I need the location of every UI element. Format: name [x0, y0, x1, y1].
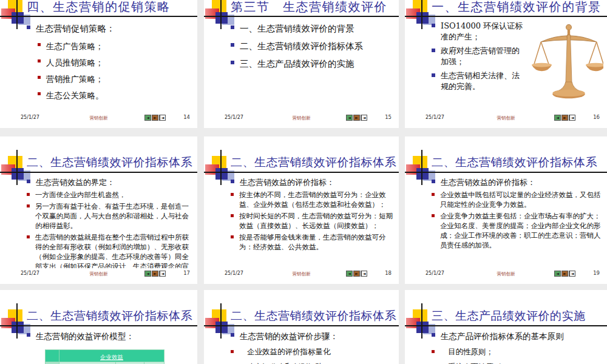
- slide-thumbnail-14[interactable]: 四、生态营销的促销策略生态营销促销策略：生态广告策略；人员推销策略；营销推广策略…: [0, 0, 197, 128]
- bullet-item: 按主体的不同，生态营销的效益可分为：企业效益、企业外效益（包括生态效益和社会效益…: [231, 190, 395, 209]
- bullet-square-icon: [432, 180, 435, 183]
- bullet-square-icon: [38, 92, 41, 95]
- bullet-square-icon: [231, 235, 234, 238]
- bullet-text: 按时间长短的不同，生态营销的效益可分为：短期效益（直接效益）、长远效益（间接效益…: [239, 211, 395, 231]
- table-col-label: 小: [144, 362, 164, 364]
- bullet-text: 系统全面性原则；: [448, 362, 509, 364]
- nav-home-button[interactable]: ◄: [361, 271, 367, 277]
- nav-back-button[interactable]: ◄: [346, 271, 353, 277]
- bullet-item: 生态营销促销策略：: [27, 22, 194, 35]
- nav-back-button[interactable]: ◄: [346, 115, 353, 121]
- slide-footer: 25/1/27营销创新◄►◄14: [0, 113, 197, 123]
- slide-content: 生态营销促销策略：生态广告策略；人员推销策略；营销推广策略；生态公关策略。: [27, 21, 194, 112]
- bullet-item: 目的性原则；: [432, 346, 603, 357]
- bullet-square-icon: [432, 333, 435, 337]
- slide-footer: 25/1/27营销创新◄►◄17: [0, 269, 197, 279]
- deco-blue-square: [416, 322, 429, 333]
- nav-forward-button[interactable]: ►: [561, 271, 568, 277]
- bullet-item: 生态公关策略。: [38, 89, 194, 101]
- slide-footer: 25/1/27营销创新◄►◄18: [204, 269, 399, 279]
- bullet-text: 建立评分表和判别矩阵: [247, 362, 323, 364]
- nav-back-button[interactable]: ◄: [144, 271, 151, 277]
- title-underline: [204, 16, 399, 17]
- footer-brand: 营销创新: [497, 271, 515, 277]
- table-header-label: 企业效益: [100, 354, 123, 360]
- slide-thumbnail-row2-col1[interactable]: 二、生态营销绩效评价指标体系生态营销的效益评价步骤：企业效益的评价指标量化建立评…: [204, 290, 399, 364]
- bullet-text: 生态营销相关法律、法规的完善。: [441, 70, 525, 92]
- deco-vertical-line: [16, 150, 18, 185]
- footer-date: 25/1/27: [21, 115, 39, 120]
- deco-vertical-line: [421, 0, 422, 29]
- bullet-text: 按是否能够用金钱来衡量，生态营销的效益可分为：经济效益、公共效益。: [239, 232, 395, 252]
- bullet-square-icon: [27, 25, 30, 29]
- slide-title: 第三节 生态营销绩效评价: [231, 0, 398, 15]
- nav-home-button[interactable]: ◄: [569, 115, 575, 121]
- slide-content: ISO14000 环保认证标准的产生；政府对生态营销管理的加强；生态营销相关法律…: [432, 21, 603, 112]
- bullet-square-icon: [38, 76, 41, 79]
- slide-thumbnail-17[interactable]: 二、生态营销绩效评价指标体系生态营销效益的界定：一方面使企业内部生机盎然，另一方…: [0, 136, 197, 284]
- page-number: 16: [593, 114, 600, 120]
- bullet-square-icon: [27, 204, 30, 207]
- bullet-square-icon: [231, 193, 234, 196]
- slide-footer: 25/1/27营销创新◄►◄15: [204, 113, 399, 123]
- footer-nav: ◄►◄: [346, 115, 367, 121]
- slide-title: 二、生态营销绩效评价指标体系: [432, 155, 606, 170]
- bullet-text: 按主体的不同，生态营销的效益可分为：企业效益、企业外效益（包括生态效益和社会效益…: [239, 190, 395, 209]
- slide-sorter-canvas: 四、生态营销的促销策略生态营销促销策略：生态广告策略；人员推销策略；营销推广策略…: [0, 0, 607, 364]
- nav-forward-button[interactable]: ►: [561, 115, 568, 121]
- nav-forward-button[interactable]: ►: [353, 271, 360, 277]
- slide-content: 生态营销的效益评价步骤：企业效益的评价指标量化建立评分表和判别矩阵企业外效益评价: [231, 330, 395, 364]
- bullet-item: 三、生态产品绩效评价的实施: [231, 58, 395, 70]
- bullet-item: 企业效益的评价指标量化: [231, 346, 395, 357]
- bullet-text: 生态营销效益的评价指标：: [240, 177, 334, 188]
- footer-date: 25/1/27: [426, 271, 444, 276]
- bullet-text: 企业竞争力效益主要包括：企业市场占有率的扩大；企业知名度、美誉度的提高；企业内部…: [440, 211, 603, 250]
- deco-vertical-line: [16, 303, 18, 339]
- deco-vertical-line: [421, 150, 422, 185]
- bullet-column: ISO14000 环保认证标准的产生；政府对生态营销管理的加强；生态营销相关法律…: [432, 21, 525, 112]
- benefit-model-table: 企业效益企大小: [45, 349, 164, 364]
- slide-thumbnail-15[interactable]: 第三节 生态营销绩效评价一、生态营销绩效评价的背景二、生态营销绩效评价指标体系三…: [204, 0, 399, 128]
- slide-thumbnail-row2-col2[interactable]: 三、生态产品绩效评价的实施生态产品评价指标体系的基本原则目的性原则；系统全面性原…: [405, 290, 607, 364]
- deco-blue-square: [12, 168, 24, 180]
- deco-blue-square: [12, 322, 24, 333]
- bullet-item: 一方面使企业内部生机盎然，: [27, 190, 194, 200]
- title-underline: [204, 172, 399, 173]
- title-underline: [0, 172, 197, 173]
- table-subheader-row: 企大小: [46, 362, 164, 364]
- nav-forward-button[interactable]: ►: [152, 271, 158, 277]
- footer-nav: ◄►◄: [144, 115, 166, 121]
- slide-title: 二、生态营销绩效评价指标体系: [27, 308, 196, 324]
- bullet-text: 生态营销效益的界定：: [36, 177, 115, 188]
- bullet-item: 生态营销相关法律、法规的完善。: [432, 70, 525, 92]
- nav-back-button[interactable]: ◄: [554, 115, 561, 121]
- nav-back-button[interactable]: ◄: [144, 115, 151, 121]
- bullet-text: 企业效益中既包括可以定量的企业经济效益，又包括只能定性的企业竞争力效益。: [440, 190, 603, 209]
- footer-nav: ◄►◄: [554, 115, 575, 121]
- slide-thumbnail-row2-col0[interactable]: 二、生态营销绩效评价指标体系生态营销的效益评价模型：企业效益企大小25/1/27…: [0, 290, 197, 364]
- slide-thumbnail-18[interactable]: 二、生态营销绩效评价指标体系生态营销效益的评价指标：按主体的不同，生态营销的效益…: [204, 136, 399, 284]
- bullet-item: 系统全面性原则；: [432, 362, 603, 364]
- bullet-square-icon: [231, 214, 234, 217]
- slide-thumbnail-19[interactable]: 二、生态营销绩效评价指标体系生态营销效益的评价指标：企业效益中既包括可以定量的企…: [405, 136, 607, 284]
- bullet-text: 生态营销促销策略：: [36, 22, 115, 35]
- footer-date: 25/1/27: [426, 115, 444, 120]
- nav-home-button[interactable]: ◄: [159, 115, 166, 121]
- deco-vertical-line: [220, 150, 222, 185]
- nav-forward-button[interactable]: ►: [353, 115, 360, 121]
- nav-home-button[interactable]: ◄: [159, 271, 166, 277]
- bullet-square-icon: [231, 43, 234, 47]
- title-underline: [405, 325, 607, 326]
- bullet-square-icon: [432, 193, 435, 196]
- deco-blue-square: [12, 12, 24, 24]
- bullet-square-icon: [432, 24, 435, 27]
- slide-thumbnail-16[interactable]: 一、生态营销绩效评价的背景ISO14000 环保认证标准的产生；政府对生态营销管…: [405, 0, 607, 128]
- bullet-text: 营销推广策略；: [46, 73, 104, 85]
- nav-home-button[interactable]: ◄: [569, 271, 575, 277]
- bullet-item: 另一方面有益于社会、有益于生态环境，是创造一个双赢的局面，人与大自然的和谐相处，…: [27, 201, 194, 231]
- footer-date: 25/1/27: [225, 115, 243, 120]
- nav-home-button[interactable]: ◄: [361, 115, 367, 121]
- slide-footer: 25/1/27营销创新◄►◄19: [405, 269, 607, 279]
- nav-forward-button[interactable]: ►: [152, 115, 158, 121]
- nav-back-button[interactable]: ◄: [554, 271, 561, 277]
